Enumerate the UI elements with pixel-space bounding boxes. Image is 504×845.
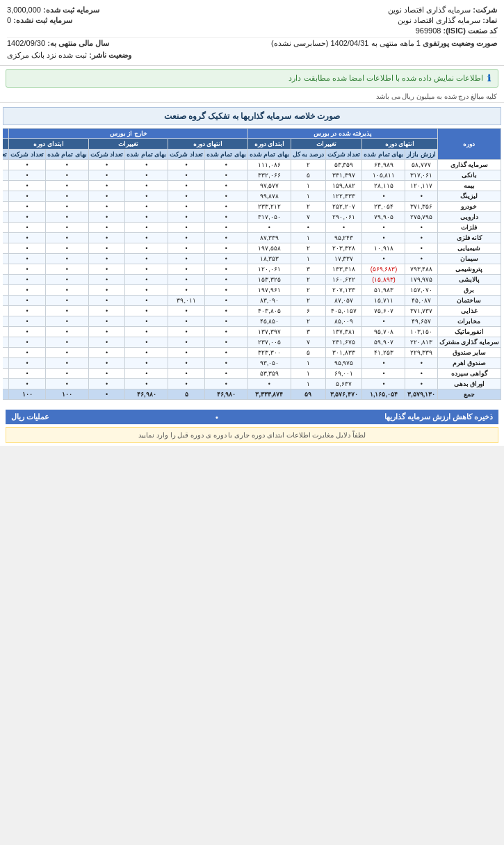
isic-label: کد صنعت (ISIC): xyxy=(443,26,497,35)
table-cell: • xyxy=(204,191,247,202)
table-cell: • xyxy=(9,254,46,264)
table-cell: • xyxy=(405,243,438,254)
table-cell: • xyxy=(168,264,205,275)
table-cell: ۹۷,۵۷۷ xyxy=(247,181,291,191)
table-cell: • xyxy=(9,369,46,379)
table-cell: (۵۶۹,۶۸۳) xyxy=(362,264,405,275)
footer-label-left: عملیات ریال xyxy=(11,412,49,421)
table-cell: ۱۵۳,۳۲۵ xyxy=(247,275,291,285)
table-cell: • xyxy=(45,254,88,264)
table-cell: ۲ xyxy=(291,243,325,254)
table-cell: • xyxy=(88,191,125,202)
table-cell: • xyxy=(125,191,168,202)
bourse-header: پذیرفته شده در بورس xyxy=(247,129,437,139)
table-cell: • xyxy=(125,337,168,348)
capital2-label: سرمایه ثبت نشده: xyxy=(13,16,72,24)
table-cell: ۸۷,۰۵۷ xyxy=(325,296,362,306)
table-cell: ۲ xyxy=(3,212,9,223)
table-cell: • xyxy=(45,233,88,243)
table-cell: • xyxy=(9,285,46,296)
note-bar: کلیه مبالغ درج شده به میلیون ریال می باش… xyxy=(0,90,504,103)
table-cell: ۳,۳۳۳,۸۷۴ xyxy=(247,389,291,400)
table-cell: • xyxy=(168,223,205,233)
table-cell: ۱۸,۳۵۳ xyxy=(247,254,291,264)
table-cell: ۱ xyxy=(291,379,325,389)
table-cell: ۷۹۳,۴۸۸ xyxy=(405,264,438,275)
table-cell: • xyxy=(45,358,88,369)
table-cell: ۳۳۲,۰۶۶ xyxy=(247,170,291,181)
table-cell: ۲ xyxy=(291,285,325,296)
table-cell: ۱,۱۶۵,۰۵۴ xyxy=(362,389,405,400)
company-label: شرکت: xyxy=(473,6,497,14)
table-cell: • xyxy=(204,285,247,296)
table-cell: • xyxy=(45,348,88,358)
table-cell: • xyxy=(168,212,205,223)
table-cell: • xyxy=(204,337,247,348)
header-right: شرکت: سرمایه گذاری اقتصاد نوین نماد: سرم… xyxy=(388,6,497,35)
table-cell: • xyxy=(9,212,46,223)
table-cell: • xyxy=(125,212,168,223)
table-cell: • xyxy=(204,379,247,389)
table-cell: ۱۵۷,۰۷۰ xyxy=(405,285,438,296)
table-cell: • xyxy=(3,191,9,202)
table-cell: • xyxy=(204,254,247,264)
table-cell: • xyxy=(125,358,168,369)
table-cell: • xyxy=(125,285,168,296)
table-cell: ۹۳,۰۵۰ xyxy=(247,358,291,369)
table-cell: • xyxy=(9,296,46,306)
status-row: وضعیت ناشر: ثبت شده نزد بانک مرکزی xyxy=(7,51,131,60)
table-cell: ۱۷,۳۳۷ xyxy=(325,254,362,264)
table-cell: ۲۳۳,۲۱۲ xyxy=(247,202,291,212)
table-cell: • xyxy=(168,275,205,285)
report-label: صورت وضعیت پورتفوی xyxy=(423,39,497,47)
table-cell: ۵۹,۹۰۷ xyxy=(362,337,405,348)
total-header: جمع سرمایه گذاری xyxy=(3,129,9,139)
capital2-row: سرمایه ثبت نشده: 0 xyxy=(7,16,99,25)
table-cell: • xyxy=(9,243,46,254)
table-cell: • xyxy=(125,160,168,170)
row-label: ساختمان xyxy=(437,296,501,306)
table-cell: • xyxy=(9,223,46,233)
table-cell: ۳ xyxy=(3,275,9,285)
header-left: سرمایه ثبت شده: 3,000,000 سرمایه ثبت نشد… xyxy=(7,6,99,35)
table-cell: • xyxy=(247,223,291,233)
status-label: وضعیت ناشر: xyxy=(89,51,131,59)
table-cell: • xyxy=(168,254,205,264)
note-text: کلیه مبالغ درج شده به میلیون ریال می باش… xyxy=(376,92,497,100)
table-cell: ۹۹,۸۷۸ xyxy=(247,191,291,202)
footer-label-right: ذخیره کاهش ارزش سرمایه گذاریها xyxy=(384,412,493,421)
table-cell: • xyxy=(88,348,125,358)
table-cell: ۳۱۷,۰۵۰ xyxy=(247,212,291,223)
table-cell: • xyxy=(9,170,46,181)
table-cell: ۲ xyxy=(3,243,9,254)
capital-row: سرمایه ثبت شده: 3,000,000 xyxy=(7,6,99,15)
table-cell: • xyxy=(88,202,125,212)
table-cell: ۲۸,۱۱۵ xyxy=(362,181,405,191)
table-cell: ۱۳۷,۳۹۷ xyxy=(247,327,291,337)
table-cell: • xyxy=(204,275,247,285)
table-cell: • xyxy=(405,379,438,389)
row-label: سیمان xyxy=(437,254,501,264)
table-cell: ۶۴,۹۸۹ xyxy=(362,160,405,170)
entity-row: نماد: سرمایه گذاری اقتصاد نوین xyxy=(388,16,497,25)
table-cell: ۱ xyxy=(291,191,325,202)
row-label: پتروشیمی xyxy=(437,264,501,275)
table-cell: ۴۵,۸۵۰ xyxy=(247,316,291,327)
table-cell: • xyxy=(204,202,247,212)
table-cell: ۱ xyxy=(291,254,325,264)
table-cell: ۵۳,۳۵۹ xyxy=(325,160,362,170)
outside-start-header: ابتدای دوره xyxy=(9,139,89,150)
table-cell: ۵ xyxy=(3,348,9,358)
table-cell: • xyxy=(88,389,125,400)
fiscal-row: سال مالی منتهی به: 1402/09/30 xyxy=(7,39,109,48)
table-cell: • xyxy=(362,191,405,202)
col-out-count-start: تعداد شرکت xyxy=(9,150,46,160)
col-bourse-market: ارزش بازار xyxy=(405,150,438,160)
table-cell: • xyxy=(362,379,405,389)
table-cell: ۲ xyxy=(3,285,9,296)
table-cell: • xyxy=(204,233,247,243)
table-cell: • xyxy=(88,170,125,181)
table-cell: • xyxy=(204,170,247,181)
table-cell: ۱۵۹,۸۸۲ xyxy=(325,181,362,191)
table-cell: • xyxy=(125,170,168,181)
